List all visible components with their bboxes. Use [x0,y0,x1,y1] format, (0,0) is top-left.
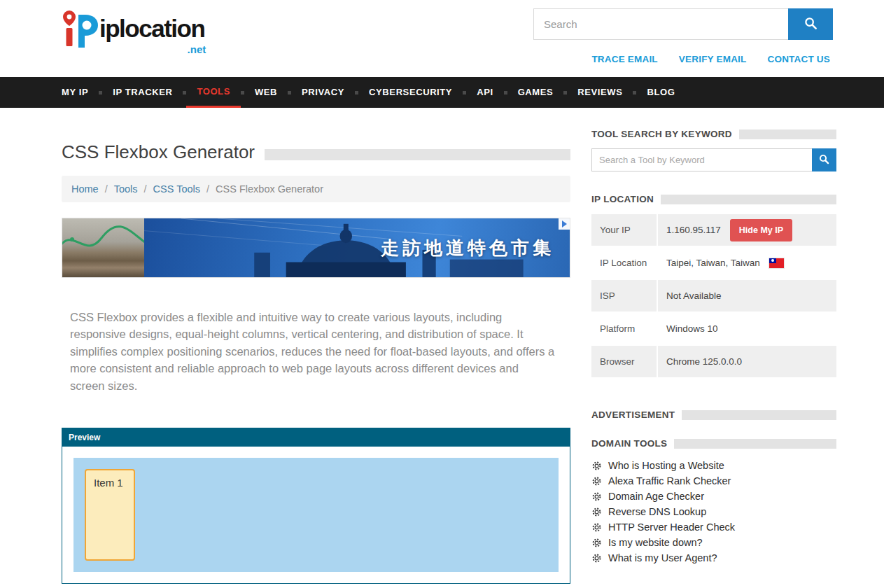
gear-icon [591,507,602,517]
gear-icon [591,522,602,533]
preview-panel: Preview Item 1 [62,428,570,584]
site-header: iplocation.net TRACE EMAIL VERIFY EMAIL … [0,0,884,77]
isp-value: Not Available [666,290,722,301]
site-logo[interactable]: iplocation.net [62,8,204,50]
row-label: ISP [591,280,658,312]
list-item-label: Domain Age Checker [608,491,704,502]
domain-tools-list: Who is Hosting a Website Alexa Traffic R… [591,458,836,566]
table-row-isp: ISP Not Available [591,280,836,313]
taiwan-flag-icon [769,258,784,268]
your-ip-value: 1.160.95.117 [666,225,721,235]
list-item-label: Is my website down? [608,537,703,548]
ip-info-table: Your IP 1.160.95.117 Hide My IP IP Locat… [591,214,836,379]
site-search-input[interactable] [533,8,788,40]
site-search-form [533,8,833,40]
table-row-browser: Browser Chrome 125.0.0.0 [591,346,836,379]
preview-panel-body: Item 1 [62,447,570,583]
breadcrumb-separator: / [144,183,147,195]
ip-location-value: Taipei, Taiwan, Taiwan [666,258,760,268]
flexbox-preview-container: Item 1 [73,458,559,572]
nav-item-games[interactable]: GAMES [507,77,564,108]
breadcrumb-current-page: CSS Flexbox Generator [216,183,323,195]
list-item-label: HTTP Server Header Check [608,522,735,533]
breadcrumb-separator: / [105,183,108,195]
contact-us-link[interactable]: CONTACT US [768,54,831,64]
gear-icon [591,476,602,486]
nav-item-tools[interactable]: TOOLS [186,77,241,108]
ad-banner-photo [62,218,144,277]
breadcrumb-css-tools[interactable]: CSS Tools [153,183,200,195]
breadcrumb-tools[interactable]: Tools [114,183,138,195]
table-row-platform: Platform Windows 10 [591,313,836,346]
list-item-label: Reverse DNS Lookup [608,506,706,517]
list-item-website-down[interactable]: Is my website down? [591,535,836,550]
heading-decoration-bar [682,410,836,420]
ad-banner-creative: 走訪地道特色市集 [144,218,570,277]
table-row-your-ip: Your IP 1.160.95.117 Hide My IP [591,214,836,247]
platform-value: Windows 10 [666,323,718,334]
breadcrumb-home[interactable]: Home [71,183,99,195]
list-item-who-is-hosting[interactable]: Who is Hosting a Website [591,458,836,473]
browser-value: Chrome 125.0.0.0 [666,356,742,367]
search-icon [819,154,829,167]
table-row-ip-location: IP Location Taipei, Taiwan, Taiwan [591,247,836,280]
logo-text: iplocation.net [99,8,204,49]
verify-email-link[interactable]: VERIFY EMAIL [679,54,747,64]
tool-description: CSS Flexbox provides a flexible and intu… [62,309,556,394]
sidebar: TOOL SEARCH BY KEYWORD IP LOCATION [591,108,836,584]
list-item-label: What is my User Agent? [608,552,717,564]
domain-tools-heading: DOMAIN TOOLS [591,438,667,449]
gear-icon [591,538,602,548]
list-item-label: Who is Hosting a Website [608,460,724,471]
site-search-button[interactable] [788,8,833,40]
logo-net-suffix: .net [188,44,206,55]
ad-choices-icon[interactable] [559,218,570,230]
hide-my-ip-button[interactable]: Hide My IP [730,219,792,241]
list-item-http-header[interactable]: HTTP Server Header Check [591,519,836,535]
nav-item-reviews[interactable]: REVIEWS [567,77,633,108]
trace-email-link[interactable]: TRACE EMAIL [591,54,657,64]
list-item-label: Alexa Traffic Rank Checker [608,475,731,486]
heading-decoration-bar [661,195,836,204]
breadcrumb: Home / Tools / CSS Tools / CSS Flexbox G… [62,176,570,202]
main-column: CSS Flexbox Generator Home / Tools / CSS… [62,108,570,584]
heading-decoration-bar [674,439,836,449]
nav-item-api[interactable]: API [466,77,503,108]
ip-location-heading: IP LOCATION [591,194,654,204]
list-item-alexa-rank[interactable]: Alexa Traffic Rank Checker [591,473,836,489]
logo-pin-icon [62,8,98,50]
nav-item-privacy[interactable]: PRIVACY [291,77,355,108]
preview-panel-header: Preview [62,428,570,447]
title-decoration-bar [265,149,570,160]
advertisement-heading: ADVERTISEMENT [591,410,675,420]
tool-search-button[interactable] [812,148,836,172]
page: iplocation.net TRACE EMAIL VERIFY EMAIL … [0,0,884,588]
page-title: CSS Flexbox Generator [62,141,255,163]
nav-item-my-ip[interactable]: MY IP [62,77,99,108]
gear-icon [591,553,602,564]
nav-item-ip-tracker[interactable]: IP TRACKER [102,77,183,108]
ad-caption-text: 走訪地道特色市集 [381,236,554,260]
list-item-reverse-dns[interactable]: Reverse DNS Lookup [591,504,836,519]
main-nav: MY IP IP TRACKER TOOLS WEB PRIVACY CYBER… [0,77,884,108]
list-item-domain-age[interactable]: Domain Age Checker [591,489,836,504]
row-label: Your IP [591,214,658,246]
search-icon [804,17,818,32]
list-item-user-agent[interactable]: What is my User Agent? [591,550,836,566]
gear-icon [591,461,602,471]
breadcrumb-separator: / [206,183,209,195]
nav-item-web[interactable]: WEB [244,77,288,108]
tool-search-form [591,148,836,172]
flexbox-preview-item: Item 1 [85,469,135,561]
ad-banner[interactable]: 走訪地道特色市集 [62,218,570,278]
heading-decoration-bar [739,130,836,139]
tool-search-heading: TOOL SEARCH BY KEYWORD [591,129,732,139]
nav-item-blog[interactable]: BLOG [636,77,685,108]
tool-search-input[interactable] [591,148,812,172]
gear-icon [591,491,602,502]
header-quick-links: TRACE EMAIL VERIFY EMAIL CONTACT US [591,54,830,64]
row-label: Platform [591,313,658,344]
row-label: IP Location [591,247,658,279]
nav-item-cybersecurity[interactable]: CYBERSECURITY [358,77,463,108]
row-label: Browser [591,346,658,377]
